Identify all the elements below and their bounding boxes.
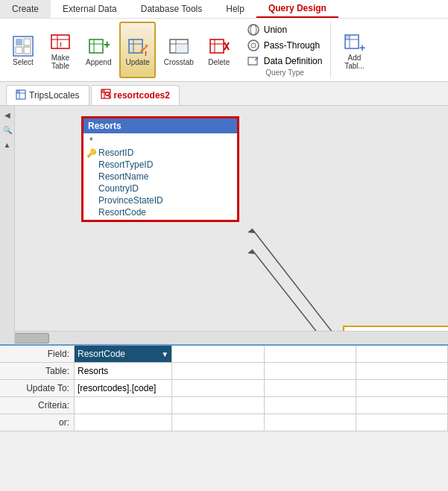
nav-up-arrow[interactable]: ▲ (1, 139, 13, 151)
grid-row-update-to: Update To: [resortcodes].[code] (0, 380, 448, 397)
criteria-empty-col2 (172, 397, 264, 414)
or-empty-col2 (172, 414, 264, 431)
trips-locales-tab[interactable]: TripsLocales (6, 85, 89, 105)
query-type-label: Query Type (245, 69, 325, 78)
data-definition-icon (247, 55, 259, 67)
svg-marker-52 (247, 229, 255, 233)
svg-rect-4 (24, 47, 31, 54)
resorts-field-provincestateid[interactable]: ProvinceStateID (83, 194, 237, 206)
resorts-field-resortid[interactable]: 🔑 ResortID (83, 147, 237, 159)
or-empty-col3 (265, 414, 356, 431)
grid-row-criteria: Criteria: (0, 397, 448, 414)
query-type-group: Union Pass-Through (239, 22, 332, 78)
delete-button[interactable]: Delete (202, 22, 236, 78)
key-icon: 🔑 (86, 148, 97, 158)
field-dropdown-arrow[interactable]: ▼ (161, 350, 168, 358)
field-empty-col2 (172, 346, 264, 362)
table-icon (16, 89, 26, 102)
union-icon (247, 24, 259, 36)
svg-rect-1 (16, 39, 22, 45)
svg-rect-33 (248, 57, 257, 65)
svg-text:+: + (359, 42, 365, 53)
design-canvas: Resorts * 🔑 ResortID ResortTypeID Resort… (15, 106, 448, 331)
update-to-empty-col3 (265, 380, 356, 396)
resorts-table[interactable]: Resorts * 🔑 ResortID ResortTypeID Resort… (82, 117, 239, 221)
criteria-empty-col3 (265, 397, 356, 414)
update-to-value-col1[interactable]: [resortcodes].[code] (75, 380, 172, 396)
svg-point-18 (140, 50, 143, 53)
or-label: or: (0, 414, 75, 431)
resortcodes2-tab[interactable]: resortcodes2 (91, 85, 180, 105)
tab-create[interactable]: Create (0, 0, 51, 18)
ribbon-content: Select ! MakeTable + (0, 18, 448, 81)
svg-rect-40 (345, 35, 350, 39)
update-icon: ! (126, 34, 150, 58)
nav-arrows: ◀ 🔍 ▲ (0, 106, 15, 344)
make-table-label: MakeTable (51, 54, 69, 70)
table-value-col1[interactable]: Resorts (75, 363, 172, 379)
append-label: Append (86, 58, 111, 66)
table-empty-col3 (265, 363, 356, 379)
svg-marker-55 (247, 250, 255, 254)
svg-text:+: + (104, 38, 110, 51)
update-button[interactable]: ! Update (119, 22, 155, 78)
svg-rect-23 (176, 44, 188, 53)
resorts-field-resortcode[interactable]: ResortCode (83, 206, 237, 218)
grid-row-or: or: (0, 414, 448, 431)
union-label: Union (264, 25, 287, 35)
update-to-empty-col4 (356, 380, 448, 396)
field-grid: Field: ResortCode ▼ Table: Resorts Updat… (0, 344, 448, 431)
svg-point-32 (251, 43, 256, 48)
update-to-empty-col2 (172, 380, 264, 396)
data-definition-button[interactable]: Data Definition (245, 54, 325, 68)
resorts-field-asterisk[interactable]: * (83, 135, 237, 147)
tab-database-tools[interactable]: Database Tools (129, 0, 215, 18)
pass-through-icon (247, 39, 259, 51)
tab-help[interactable]: Help (214, 0, 256, 18)
field-resortcode: ResortCode (78, 349, 125, 359)
nav-left-arrow[interactable]: ◀ (1, 109, 13, 121)
svg-rect-2 (24, 39, 31, 45)
nav-search-icon[interactable]: 🔍 (1, 124, 13, 136)
svg-text:!: ! (145, 50, 147, 57)
tab-external-data[interactable]: External Data (51, 0, 129, 18)
design-area: ◀ 🔍 ▲ Resorts * 🔑 ResortID Res (0, 106, 448, 344)
pass-through-button[interactable]: Pass-Through (245, 39, 325, 52)
append-button[interactable]: + Append (81, 22, 116, 78)
tab-query-design[interactable]: Query Design (256, 0, 338, 18)
resortcodes-table[interactable]: resortcodes * CountryID ProvStateID code (343, 326, 448, 331)
add-table-label: AddTabl... (344, 54, 365, 70)
select-label: Select (13, 58, 34, 66)
select-button[interactable]: Select (6, 22, 40, 78)
svg-rect-9 (89, 39, 103, 53)
svg-rect-48 (101, 89, 104, 92)
resorts-table-header: Resorts (83, 118, 237, 133)
svg-text:!: ! (60, 41, 62, 48)
grid-row-table: Table: Resorts (0, 363, 448, 380)
union-button[interactable]: Union (245, 23, 325, 37)
criteria-label: Criteria: (0, 397, 75, 414)
svg-rect-24 (210, 39, 224, 53)
append-icon: + (86, 34, 110, 58)
svg-point-30 (250, 25, 256, 35)
ribbon: Create External Data Database Tools Help… (0, 0, 448, 82)
svg-point-29 (248, 25, 259, 35)
crosstab-button[interactable]: Crosstab (159, 22, 199, 78)
criteria-value-col1[interactable] (75, 397, 172, 414)
resorts-table-fields: * 🔑 ResortID ResortTypeID ResortName Cou… (83, 133, 237, 220)
field-empty-col3 (265, 346, 356, 362)
trips-locales-label: TripsLocales (29, 90, 80, 101)
resortcodes2-label: resortcodes2 (114, 90, 170, 101)
resorts-field-countryid[interactable]: CountryID (83, 183, 237, 194)
hscroll-bar[interactable] (0, 331, 448, 344)
add-table-button[interactable]: + AddTabl... (337, 22, 371, 78)
resorts-field-resortname[interactable]: ResortName (83, 171, 237, 183)
svg-rect-44 (16, 90, 19, 93)
resorts-field-resorttypeid[interactable]: ResortTypeID (83, 159, 237, 171)
or-value-col1[interactable] (75, 414, 172, 431)
update-to-label: Update To: (0, 380, 75, 396)
field-empty-col4 (356, 346, 448, 362)
table-empty-col2 (172, 363, 264, 379)
field-value-col1[interactable]: ResortCode ▼ (75, 346, 172, 362)
make-table-button[interactable]: ! MakeTable (43, 22, 78, 78)
